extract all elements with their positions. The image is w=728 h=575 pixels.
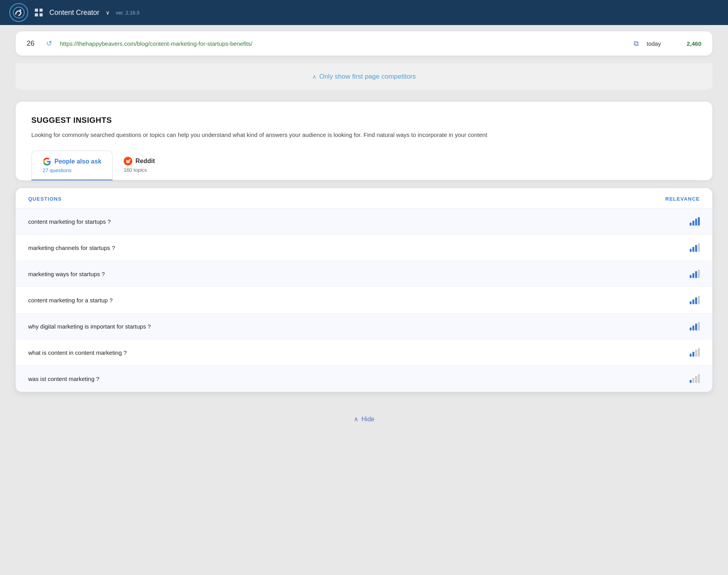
question-row[interactable]: was ist content marketing ? xyxy=(16,366,712,392)
reddit-icon xyxy=(124,157,132,165)
url-arrow-icon: ↺ xyxy=(46,39,52,48)
question-row[interactable]: content marketing for a startup ? xyxy=(16,287,712,313)
relevance-bars xyxy=(690,322,700,331)
url-row-card: 26 ↺ https://thehappybeavers.com/blog/co… xyxy=(16,31,712,56)
app-title: Content Creator xyxy=(49,9,99,17)
question-row[interactable]: what is content in content marketing ? xyxy=(16,340,712,366)
tab-reddit-count: 160 topics xyxy=(124,167,147,173)
svg-rect-3 xyxy=(40,9,43,12)
question-row[interactable]: why digital marketing is important for s… xyxy=(16,313,712,340)
svg-point-11 xyxy=(126,160,128,161)
question-row[interactable]: content marketing for startups ? xyxy=(16,208,712,235)
relevance-column-header: RELEVANCE xyxy=(665,196,700,202)
hide-chevron-icon: ∧ xyxy=(354,415,359,423)
version-label: ver. 2.16.5 xyxy=(116,10,140,16)
copy-icon[interactable]: ⧉ xyxy=(634,40,639,48)
svg-rect-4 xyxy=(35,13,38,16)
question-text: why digital marketing is important for s… xyxy=(28,323,151,330)
question-text: content marketing for a startup ? xyxy=(28,297,113,304)
url-row-number: 26 xyxy=(27,40,38,48)
svg-rect-2 xyxy=(35,9,38,12)
relevance-bars xyxy=(690,374,700,383)
relevance-bars xyxy=(690,296,700,304)
url-link[interactable]: https://thehappybeavers.com/blog/content… xyxy=(60,40,626,47)
question-text: was ist content marketing ? xyxy=(28,376,99,382)
tab-reddit[interactable]: Reddit 160 topics xyxy=(113,151,166,180)
question-text: content marketing for startups ? xyxy=(28,218,111,225)
svg-point-7 xyxy=(126,161,130,164)
relevance-bars xyxy=(690,243,700,252)
question-text: what is content in content marketing ? xyxy=(28,349,127,356)
google-icon xyxy=(43,157,51,166)
questions-column-header: QUESTIONS xyxy=(28,196,62,202)
chevron-up-icon: ∧ xyxy=(312,74,316,80)
hide-label: Hide xyxy=(362,416,375,423)
svg-point-12 xyxy=(129,160,130,161)
svg-point-0 xyxy=(13,7,24,18)
questions-panel-header: QUESTIONS RELEVANCE xyxy=(16,188,712,208)
insights-title: SUGGEST INSIGHTS xyxy=(31,116,697,125)
svg-point-9 xyxy=(129,162,130,162)
tab-reddit-label: Reddit xyxy=(135,158,155,165)
insights-section: SUGGEST INSIGHTS Looking for commonly se… xyxy=(16,102,712,180)
relevance-bars xyxy=(690,270,700,278)
questions-panel: QUESTIONS RELEVANCE content marketing fo… xyxy=(16,188,712,392)
question-text: marketing ways for startups ? xyxy=(28,271,105,277)
questions-list[interactable]: content marketing for startups ?marketin… xyxy=(16,208,712,392)
show-competitors-button[interactable]: ∧ Only show first page competitors xyxy=(312,73,416,81)
app-header: Content Creator ∨ ver. 2.16.5 xyxy=(0,0,728,25)
show-competitors-label: Only show first page competitors xyxy=(319,73,416,81)
hide-button[interactable]: ∧ Hide xyxy=(354,415,375,423)
hide-button-container: ∧ Hide xyxy=(0,408,728,431)
question-row[interactable]: marketing ways for startups ? xyxy=(16,261,712,287)
svg-point-8 xyxy=(127,162,128,162)
tab-people-also-ask-label: People also ask xyxy=(54,158,101,165)
svg-rect-5 xyxy=(40,13,43,16)
insights-description: Looking for commonly searched questions … xyxy=(31,130,697,140)
svg-point-1 xyxy=(20,9,21,11)
logo[interactable] xyxy=(9,3,28,22)
insights-tabs: People also ask 27 questions xyxy=(31,151,697,180)
url-date: today xyxy=(647,40,670,47)
header-chevron-icon[interactable]: ∨ xyxy=(106,9,110,16)
app-icon-grid xyxy=(34,8,43,17)
tab-people-also-ask[interactable]: People also ask 27 questions xyxy=(31,151,113,180)
competitors-section: ∧ Only show first page competitors xyxy=(16,63,712,90)
question-row[interactable]: marketing channels for startups ? xyxy=(16,235,712,261)
relevance-bars xyxy=(690,217,700,226)
tab-people-also-ask-count: 27 questions xyxy=(43,167,72,173)
relevance-bars xyxy=(690,348,700,357)
question-text: marketing channels for startups ? xyxy=(28,244,115,251)
url-count: 2,460 xyxy=(678,40,701,47)
